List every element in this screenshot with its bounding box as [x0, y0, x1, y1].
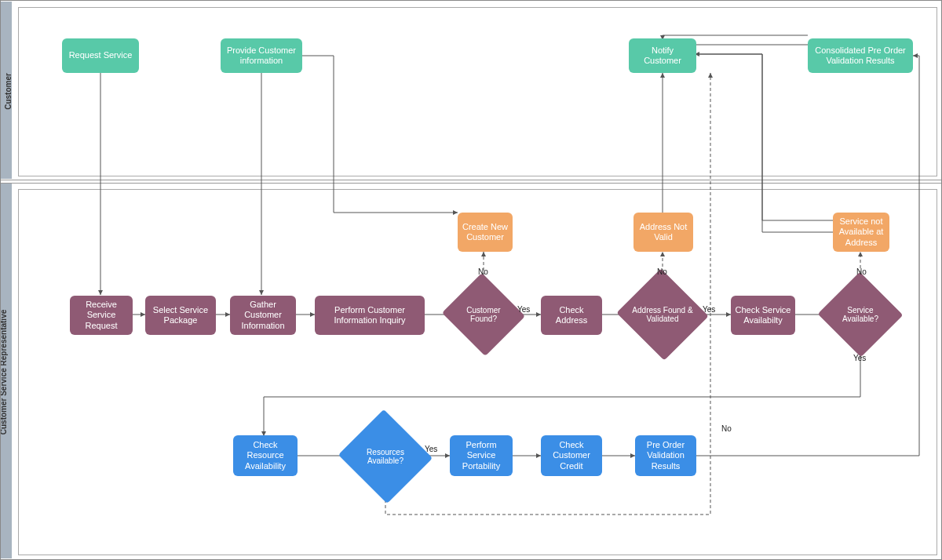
node-preorder-results[interactable]: Pre Order Validation Results [635, 435, 696, 476]
edge-label-no: No [856, 267, 867, 276]
node-provide-info[interactable]: Provide Customer information [221, 38, 302, 73]
node-addr-found[interactable]: Address Found & Validated [629, 283, 696, 346]
lane-divider-2 [1, 183, 941, 184]
node-svc-not-avail[interactable]: Service not Available at Address [833, 213, 889, 252]
node-label: Address Not Valid [637, 222, 690, 242]
edge-label-yes: Yes [853, 354, 866, 362]
node-consolidated[interactable]: Consolidated Pre Order Validation Result… [808, 38, 913, 73]
node-customer-found[interactable]: Customer Found? [453, 286, 514, 343]
edge-label-no: No [657, 267, 667, 276]
node-check-svc-avail[interactable]: Check Service Availabilty [731, 296, 795, 335]
lane-label-text: Customer Service Representative [0, 310, 8, 435]
node-svc-available[interactable]: Service Available? [830, 285, 891, 344]
edge-label-no: No [721, 424, 732, 433]
node-label: Perform Service Portability [453, 440, 509, 471]
node-resources-avail[interactable]: Resources Available? [351, 424, 420, 489]
node-label: Gather Customer Information [233, 300, 293, 331]
node-label: Address Found & Validated [629, 303, 696, 327]
diagram-canvas: Customer Customer Service Representative [0, 0, 942, 560]
node-label: Receive Service Request [73, 300, 130, 331]
node-addr-not-valid[interactable]: Address Not Valid [633, 213, 693, 252]
node-label: Consolidated Pre Order Validation Result… [811, 45, 910, 66]
node-perform-port[interactable]: Perform Service Portability [450, 435, 513, 476]
node-request-service[interactable]: Request Service [62, 38, 139, 73]
node-notify-customer[interactable]: Notify Customer [629, 38, 696, 73]
node-check-resource[interactable]: Check Resource Availability [233, 435, 298, 476]
node-label: Perform Customer Information Inquiry [318, 305, 422, 325]
node-create-new[interactable]: Create New Customer [458, 213, 513, 252]
node-label: Check Service Availabilty [734, 305, 792, 325]
node-check-address[interactable]: Check Address [541, 296, 602, 335]
node-label: Notify Customer [632, 45, 693, 66]
node-label: Pre Order Validation Results [638, 440, 693, 471]
node-label: Resources Available? [351, 445, 420, 469]
node-label: Request Service [69, 50, 133, 60]
edge-label-yes: Yes [703, 305, 715, 314]
node-perform-inquiry[interactable]: Perform Customer Information Inquiry [315, 296, 425, 335]
node-gather-info[interactable]: Gather Customer Information [230, 296, 296, 335]
lane-frame-customer [18, 7, 937, 176]
node-receive-req[interactable]: Receive Service Request [70, 296, 133, 335]
node-label: Create New Customer [461, 222, 509, 242]
lane-label-text: Customer [4, 73, 13, 110]
lane-divider [1, 180, 941, 180]
node-label: Provide Customer information [224, 45, 299, 66]
node-check-credit[interactable]: Check Customer Credit [541, 435, 602, 476]
lane-label-csr: Customer Service Representative [2, 184, 13, 558]
node-select-pkg[interactable]: Select Service Package [145, 296, 216, 335]
node-label: Select Service Package [148, 305, 213, 325]
node-label: Service not Available at Address [836, 216, 886, 248]
edge-label-yes: Yes [517, 305, 530, 314]
node-label: Check Customer Credit [544, 440, 599, 471]
node-label: Check Address [544, 305, 599, 325]
lane-label-customer: Customer [2, 1, 13, 178]
node-label: Customer Found? [453, 303, 514, 327]
node-label: Check Resource Availability [236, 440, 294, 471]
node-label: Service Available? [830, 303, 891, 327]
edge-label-no: No [478, 267, 488, 276]
edge-label-yes: Yes [425, 445, 437, 453]
